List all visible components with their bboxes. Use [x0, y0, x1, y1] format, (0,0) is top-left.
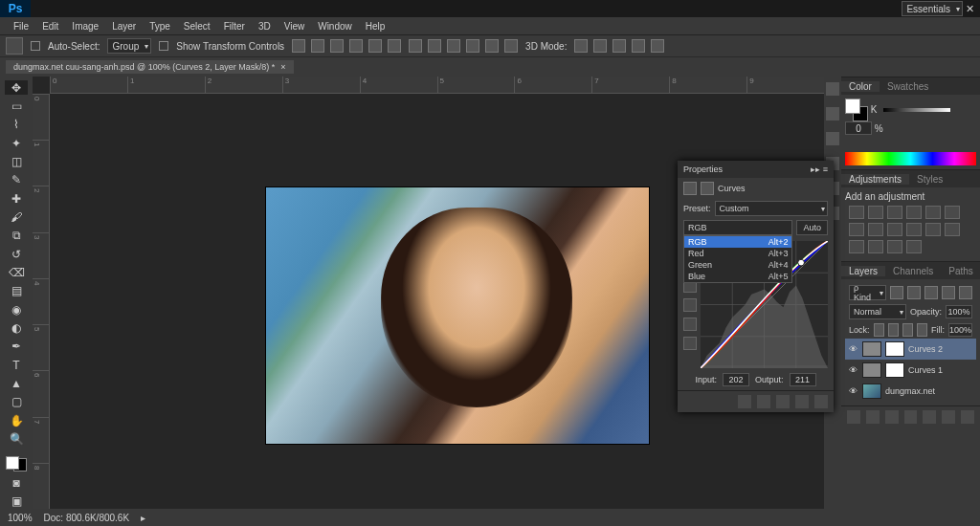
tab-swatches[interactable]: Swatches [880, 81, 936, 92]
selective-color-icon[interactable] [906, 240, 922, 253]
hue-sat-icon[interactable] [945, 206, 960, 219]
threshold-icon[interactable] [868, 240, 883, 253]
foreground-color[interactable] [6, 456, 19, 470]
view-previous-icon[interactable] [757, 395, 770, 408]
align-icon[interactable] [292, 39, 305, 53]
opacity-field[interactable]: 100% [946, 305, 972, 318]
layer-mask-icon[interactable] [885, 410, 899, 424]
brush-tool[interactable]: 🖌 [5, 209, 28, 224]
filter-pixel-icon[interactable] [890, 286, 903, 299]
channel-mixer-icon[interactable] [906, 223, 922, 236]
posterize-icon[interactable] [849, 240, 864, 253]
adjustment-thumb[interactable] [862, 362, 881, 378]
auto-select-dropdown[interactable]: Group [107, 38, 151, 54]
3d-icon[interactable] [612, 39, 626, 53]
menu-select[interactable]: Select [178, 21, 216, 32]
spectrum-bar[interactable] [845, 152, 976, 165]
curves-adj-icon[interactable] [887, 206, 902, 219]
lock-transparency-icon[interactable] [874, 323, 884, 337]
3d-icon[interactable] [574, 39, 588, 53]
menu-edit[interactable]: Edit [36, 21, 64, 32]
preset-dropdown[interactable]: Custom [715, 201, 828, 216]
bw-icon[interactable] [868, 223, 883, 236]
distribute-icon[interactable] [428, 39, 441, 53]
delete-adjustment-icon[interactable] [814, 395, 828, 408]
document-tab[interactable]: dungmax.net cuu-sang-anh.psd @ 100% (Cur… [6, 60, 294, 74]
type-tool[interactable]: T [5, 358, 28, 372]
image-thumb[interactable] [862, 384, 881, 399]
filter-shape-icon[interactable] [942, 286, 955, 299]
auto-select-checkbox[interactable] [31, 41, 40, 51]
filter-smart-icon[interactable] [959, 286, 972, 299]
sample-black-tool[interactable] [683, 298, 697, 312]
invert-icon[interactable] [945, 223, 960, 236]
levels-icon[interactable] [868, 206, 883, 219]
new-group-icon[interactable] [923, 410, 936, 424]
menu-help[interactable]: Help [360, 21, 391, 32]
new-layer-icon[interactable] [942, 410, 955, 424]
align-icon[interactable] [330, 39, 344, 53]
hand-tool[interactable]: ✋ [5, 413, 28, 427]
layer-visibility-icon[interactable]: 👁 [847, 365, 858, 375]
align-icon[interactable] [311, 39, 324, 53]
doc-info-arrow-icon[interactable]: ▸ [141, 513, 145, 523]
reset-icon[interactable] [776, 395, 790, 408]
zoom-level[interactable]: 100% [8, 513, 33, 523]
draw-curve-tool[interactable] [683, 337, 697, 350]
canvas-image[interactable] [266, 187, 649, 444]
eyedropper-tool[interactable]: ✎ [5, 173, 28, 187]
link-layers-icon[interactable] [847, 410, 860, 424]
color-picker-swatch[interactable] [845, 99, 868, 121]
menu-file[interactable]: File [8, 21, 34, 32]
workspace-selector[interactable]: Essentials [902, 1, 963, 16]
menu-window[interactable]: Window [312, 21, 358, 32]
distribute-icon[interactable] [485, 39, 499, 53]
close-button[interactable]: ✕ [966, 3, 974, 15]
menu-type[interactable]: Type [144, 21, 176, 32]
path-selection-tool[interactable]: ▲ [5, 376, 28, 390]
input-field[interactable]: 202 [723, 373, 749, 386]
lock-position-icon[interactable] [902, 323, 913, 337]
dock-icon[interactable] [826, 132, 839, 145]
tab-channels[interactable]: Channels [885, 266, 941, 276]
channel-dropdown[interactable]: RGB RGBAlt+2 RedAlt+3 GreenAlt+4 BlueAlt… [683, 220, 792, 235]
auto-button[interactable]: Auto [796, 220, 828, 235]
menu-3d[interactable]: 3D [253, 21, 277, 32]
clip-to-layer-icon[interactable] [738, 395, 751, 408]
layer-visibility-icon[interactable]: 👁 [847, 386, 858, 396]
align-icon[interactable] [349, 39, 363, 53]
vibrance-icon[interactable] [925, 206, 941, 219]
photo-filter-icon[interactable] [887, 223, 902, 236]
k-value-field[interactable]: 0 [845, 121, 872, 135]
distribute-icon[interactable] [466, 39, 479, 53]
channel-dropdown-value[interactable]: RGB [683, 220, 792, 235]
menu-image[interactable]: Image [66, 21, 104, 32]
channel-option-rgb[interactable]: RGBAlt+2 [684, 236, 791, 248]
menu-filter[interactable]: Filter [218, 21, 251, 32]
distribute-icon[interactable] [447, 39, 460, 53]
fill-field[interactable]: 100% [948, 323, 972, 337]
delete-layer-icon[interactable] [961, 410, 974, 424]
lock-all-icon[interactable] [917, 323, 927, 337]
distribute-icon[interactable] [409, 39, 422, 53]
new-fill-adjust-icon[interactable] [904, 410, 918, 424]
toggle-visibility-icon[interactable] [795, 395, 809, 408]
gradient-tool[interactable]: ▤ [5, 284, 28, 298]
menu-view[interactable]: View [278, 21, 311, 32]
mask-thumb[interactable] [885, 341, 904, 357]
k-slider[interactable] [883, 108, 950, 112]
layer-row[interactable]: 👁 Curves 1 [845, 360, 976, 381]
mask-thumb[interactable] [885, 362, 904, 378]
tab-adjustments[interactable]: Adjustments [841, 174, 909, 185]
3d-icon[interactable] [593, 39, 607, 53]
edit-points-tool[interactable] [683, 318, 697, 331]
foreground-background-swatch[interactable] [6, 456, 27, 472]
doc-info[interactable]: Doc: 800.6K/800.6K [44, 513, 130, 523]
distribute-icon[interactable] [504, 39, 518, 53]
3d-icon[interactable] [632, 39, 645, 53]
gradient-map-icon[interactable] [887, 240, 902, 253]
shape-tool[interactable]: ▢ [5, 395, 28, 409]
blend-mode-dropdown[interactable]: Normal [849, 304, 906, 319]
color-lookup-icon[interactable] [925, 223, 941, 236]
show-transform-checkbox[interactable] [159, 41, 168, 51]
